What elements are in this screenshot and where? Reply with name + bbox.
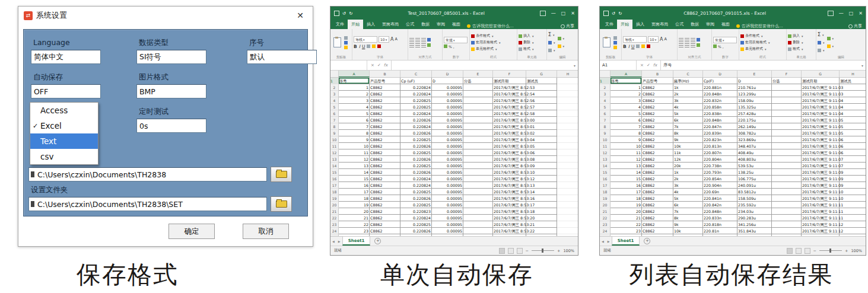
- tab-formulas[interactable]: 公式: [672, 20, 687, 29]
- table-row[interactable]: 1716C88620.2208240.000952017/6/7/周三 8:53…: [330, 182, 578, 189]
- table-row[interactable]: 1918C88620.2208260.000952017/6/7/周三 8:53…: [330, 195, 578, 202]
- tab-review[interactable]: 审阅: [702, 20, 718, 29]
- tab-view[interactable]: 视图: [718, 20, 733, 29]
- cell[interactable]: 220.848n: [703, 208, 737, 215]
- cell[interactable]: 1k: [673, 84, 703, 91]
- cell[interactable]: 220.848n: [703, 91, 737, 97]
- cell[interactable]: 11: [611, 149, 642, 156]
- cell[interactable]: 0.00095: [432, 130, 463, 136]
- tab-home[interactable]: 开始: [348, 20, 363, 29]
- cell[interactable]: C8862: [642, 182, 673, 189]
- cell[interactable]: 220.818n: [703, 221, 737, 228]
- cell[interactable]: 0.00095: [432, 84, 463, 91]
- cell[interactable]: 18: [611, 195, 642, 202]
- cell[interactable]: [772, 130, 802, 136]
- share-button[interactable]: 共享: [561, 23, 574, 29]
- cell[interactable]: C8862: [642, 130, 673, 136]
- cell[interactable]: C8862: [370, 117, 400, 123]
- cell[interactable]: 0.220824: [400, 91, 432, 97]
- table-row[interactable]: 2322C88629k220.818n341.256u2017/6/7/周三 9…: [600, 221, 866, 228]
- fx-icon[interactable]: fx: [384, 63, 388, 68]
- cell[interactable]: 0.00095: [432, 182, 463, 189]
- column-header[interactable]: [330, 71, 339, 77]
- cell[interactable]: [526, 163, 557, 169]
- cell[interactable]: [526, 143, 557, 149]
- minimize-icon[interactable]: —: [839, 11, 844, 16]
- row-header[interactable]: 18: [600, 189, 611, 195]
- cell[interactable]: C8862: [642, 169, 673, 176]
- fill-icon[interactable]: [548, 41, 552, 44]
- table-row[interactable]: 65C88625k220.838n257.428u2017/6/7/周三 9:1…: [600, 110, 866, 117]
- save-icon[interactable]: [334, 11, 339, 16]
- cell[interactable]: [840, 202, 866, 208]
- tab-review[interactable]: 审阅: [433, 20, 449, 29]
- name-box[interactable]: [330, 60, 367, 70]
- cell[interactable]: 8: [611, 130, 642, 136]
- cell[interactable]: C8862: [370, 221, 400, 228]
- cell[interactable]: 20k: [673, 163, 703, 169]
- italic-button[interactable]: I: [628, 44, 629, 49]
- cell[interactable]: 8: [339, 130, 370, 136]
- cell[interactable]: 12: [611, 156, 642, 163]
- cell[interactable]: 21: [339, 215, 370, 221]
- row-header[interactable]: 17: [330, 182, 339, 189]
- cell[interactable]: [526, 117, 557, 123]
- row-header[interactable]: 1: [330, 78, 339, 84]
- cell[interactable]: 9: [339, 136, 370, 143]
- cell[interactable]: C8862: [370, 104, 400, 110]
- table-row[interactable]: 1312C886212k220.804n408.803u2017/6/7/周三 …: [600, 156, 866, 163]
- cell[interactable]: 1: [339, 84, 370, 91]
- dropdown-item-text[interactable]: Text: [30, 133, 98, 149]
- cell[interactable]: 220.807n: [703, 149, 737, 156]
- cell[interactable]: [840, 136, 866, 143]
- number-format-select[interactable]: 常规: [713, 37, 737, 43]
- cell[interactable]: 539.53u: [737, 163, 772, 169]
- row-header[interactable]: 20: [600, 202, 611, 208]
- cell[interactable]: 0.00095: [432, 123, 463, 130]
- table-row[interactable]: 65C88620.2208240.000952017/6/7/周三 8:52:5…: [330, 110, 578, 117]
- column-header[interactable]: A: [611, 71, 642, 77]
- cell[interactable]: [557, 215, 578, 221]
- row-header[interactable]: 12: [330, 149, 339, 156]
- cell[interactable]: 2017/6/7/周三 9:11:06: [802, 143, 840, 149]
- name-box[interactable]: A1: [600, 60, 637, 70]
- tab-insert[interactable]: 插入: [632, 20, 648, 29]
- cell[interactable]: C8862: [370, 208, 400, 215]
- row-header[interactable]: 8: [600, 123, 611, 130]
- cell[interactable]: 0.00095: [432, 208, 463, 215]
- column-header[interactable]: F: [493, 71, 526, 77]
- cell[interactable]: 4: [339, 104, 370, 110]
- row-header[interactable]: 9: [600, 130, 611, 136]
- cell[interactable]: 18: [339, 195, 370, 202]
- underline-button[interactable]: U: [362, 44, 365, 49]
- cell[interactable]: 2017/6/7/周三 8:52:53: [493, 84, 526, 91]
- row-header[interactable]: 5: [330, 104, 339, 110]
- cell[interactable]: [463, 195, 493, 202]
- format-cells-button[interactable]: 格式: [788, 46, 803, 52]
- cell[interactable]: [557, 84, 578, 91]
- cell[interactable]: 2017/6/7/周三 8:53:22: [493, 228, 526, 234]
- cut-icon[interactable]: [344, 36, 348, 40]
- cell[interactable]: 0.220826: [400, 156, 432, 163]
- cell[interactable]: 0.220825: [400, 221, 432, 228]
- cell[interactable]: [557, 195, 578, 202]
- enter-icon[interactable]: ✓: [377, 63, 381, 68]
- cell[interactable]: 13: [611, 163, 642, 169]
- cell[interactable]: 5: [611, 110, 642, 117]
- cell[interactable]: 分选: [463, 78, 493, 84]
- table-row[interactable]: 54C88620.2208250.000952017/6/7/周三 8:52:5…: [330, 104, 578, 110]
- cell[interactable]: [840, 97, 866, 104]
- cell[interactable]: [557, 202, 578, 208]
- tab-data[interactable]: 数据: [687, 20, 702, 29]
- row-header[interactable]: 15: [600, 169, 611, 176]
- cell[interactable]: C8862: [370, 176, 400, 182]
- cell[interactable]: [772, 97, 802, 104]
- cell[interactable]: [557, 110, 578, 117]
- row-header[interactable]: 13: [600, 156, 611, 163]
- dropdown-item-access[interactable]: Access: [30, 103, 98, 118]
- row-header[interactable]: 23: [330, 221, 339, 228]
- cell[interactable]: 2017/6/7/周三 8:53:08: [493, 156, 526, 163]
- wrap-text-icon[interactable]: [697, 38, 700, 42]
- cell[interactable]: 2: [339, 91, 370, 97]
- cell[interactable]: 220.823n: [703, 136, 737, 143]
